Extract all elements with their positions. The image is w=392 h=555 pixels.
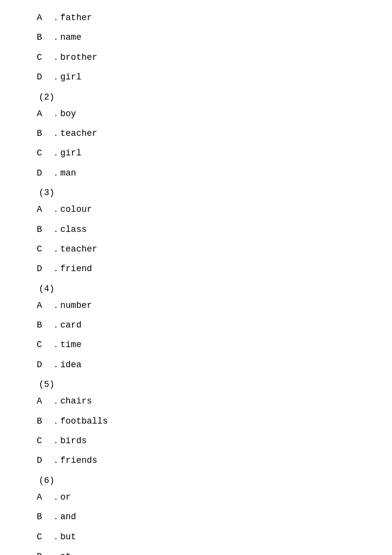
option-value: man	[60, 165, 76, 181]
option-2-A: A ． boy	[37, 106, 355, 122]
option-dot: ．	[51, 549, 60, 555]
option-dot: ．	[51, 126, 60, 141]
option-4-A: A ． number	[37, 298, 355, 313]
option-4-B: B ． card	[37, 317, 355, 333]
option-5-D: D ． friends	[37, 453, 355, 468]
option-value: card	[60, 317, 81, 333]
option-letter: B	[37, 317, 51, 333]
option-value: time	[60, 337, 81, 353]
option-letter: B	[37, 413, 51, 429]
option-value: at	[60, 549, 71, 555]
option-1-C: C ． brother	[37, 50, 355, 65]
option-letter: C	[37, 529, 51, 545]
question-number-6: (6)	[39, 476, 355, 485]
option-dot: ．	[51, 509, 60, 525]
option-value: but	[60, 529, 76, 545]
question-5: (5) A ． chairs B ． footballs C ． birds D…	[37, 379, 355, 469]
option-3-C: C ． teacher	[37, 241, 355, 257]
option-value: teacher	[60, 241, 98, 257]
option-value: brother	[60, 50, 98, 65]
option-letter: B	[37, 222, 51, 237]
option-letter: D	[37, 357, 51, 373]
question-number-4: (4)	[39, 284, 355, 294]
option-dot: ．	[51, 29, 60, 45]
option-dot: ．	[51, 413, 60, 429]
option-letter: D	[37, 165, 51, 181]
option-dot: ．	[51, 261, 60, 277]
option-4-C: C ． time	[37, 337, 355, 353]
option-dot: ．	[51, 453, 60, 468]
option-value: teacher	[60, 126, 98, 141]
option-letter: A	[37, 393, 51, 409]
main-content: A ． father B ． name C ． brother D ． girl…	[0, 0, 392, 555]
option-letter: C	[37, 433, 51, 449]
option-2-C: C ． girl	[37, 145, 355, 161]
option-letter: B	[37, 126, 51, 141]
option-letter: D	[37, 261, 51, 277]
option-3-D: D ． friend	[37, 261, 355, 277]
option-value: idea	[60, 357, 81, 373]
option-2-D: D ． man	[37, 165, 355, 181]
option-value: girl	[60, 145, 81, 161]
option-dot: ．	[51, 433, 60, 449]
question-number-5: (5)	[39, 379, 355, 389]
option-3-A: A ． colour	[37, 202, 355, 217]
option-letter: A	[37, 106, 51, 122]
option-6-A: A ． or	[37, 489, 355, 505]
option-value: and	[60, 509, 76, 525]
option-letter: D	[37, 453, 51, 468]
option-dot: ．	[51, 489, 60, 505]
option-1-D: D ． girl	[37, 69, 355, 85]
question-2: (2) A ． boy B ． teacher C ． girl D ． man	[37, 92, 355, 181]
option-letter: A	[37, 298, 51, 313]
option-5-A: A ． chairs	[37, 393, 355, 409]
option-letter: C	[37, 337, 51, 353]
option-dot: ．	[51, 241, 60, 257]
option-value: colour	[60, 202, 92, 217]
option-3-B: B ． class	[37, 222, 355, 237]
option-6-D: D ． at	[37, 549, 355, 555]
option-1-A: A ． father	[37, 10, 355, 25]
question-4: (4) A ． number B ． card C ． time D ． ide…	[37, 284, 355, 373]
question-number-2: (2)	[39, 92, 355, 102]
option-dot: ．	[51, 145, 60, 161]
option-value: friend	[60, 261, 92, 277]
option-6-B: B ． and	[37, 509, 355, 525]
option-letter: A	[37, 10, 51, 25]
option-value: footballs	[60, 413, 108, 429]
option-letter: A	[37, 202, 51, 217]
option-2-B: B ． teacher	[37, 126, 355, 141]
option-6-C: C ． but	[37, 529, 355, 545]
option-dot: ．	[51, 393, 60, 409]
option-letter: B	[37, 29, 51, 45]
option-value: number	[60, 298, 92, 313]
option-5-C: C ． birds	[37, 433, 355, 449]
option-value: or	[60, 489, 71, 505]
question-3: (3) A ． colour B ． class C ． teacher D ．…	[37, 188, 355, 277]
option-dot: ．	[51, 202, 60, 217]
option-dot: ．	[51, 337, 60, 353]
option-dot: ．	[51, 165, 60, 181]
option-letter: D	[37, 69, 51, 85]
option-dot: ．	[51, 357, 60, 373]
option-value: father	[60, 10, 92, 25]
option-value: friends	[60, 453, 98, 468]
question-number-3: (3)	[39, 188, 355, 198]
option-value: name	[60, 29, 81, 45]
option-dot: ．	[51, 529, 60, 545]
option-letter: C	[37, 145, 51, 161]
option-letter: A	[37, 489, 51, 505]
option-value: girl	[60, 69, 81, 85]
question-6: (6) A ． or B ． and C ． but D ． at	[37, 476, 355, 555]
option-value: birds	[60, 433, 87, 449]
option-value: chairs	[60, 393, 92, 409]
option-dot: ．	[51, 10, 60, 25]
option-dot: ．	[51, 106, 60, 122]
option-letter: C	[37, 241, 51, 257]
option-dot: ．	[51, 50, 60, 65]
option-dot: ．	[51, 222, 60, 237]
option-1-B: B ． name	[37, 29, 355, 45]
option-letter: C	[37, 50, 51, 65]
option-dot: ．	[51, 317, 60, 333]
option-value: boy	[60, 106, 76, 122]
